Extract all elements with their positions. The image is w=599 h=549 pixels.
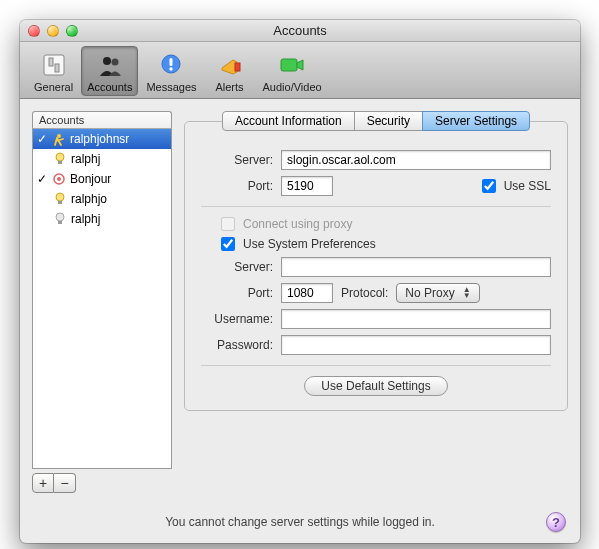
password-input[interactable] — [281, 335, 551, 355]
toolbar-messages[interactable]: Messages — [140, 46, 202, 96]
server-label: Server: — [201, 153, 273, 167]
protocol-value: No Proxy — [405, 286, 454, 300]
toolbar-label: Alerts — [215, 81, 243, 93]
svg-point-7 — [170, 67, 173, 70]
add-account-button[interactable]: + — [32, 473, 54, 493]
account-label: Bonjour — [70, 172, 111, 186]
svg-rect-8 — [235, 63, 240, 71]
svg-rect-18 — [58, 221, 62, 224]
toolbar-label: Audio/Video — [263, 81, 322, 93]
account-row[interactable]: ralphj — [33, 209, 171, 229]
password-label: Password: — [201, 338, 273, 352]
alert-balloon-icon — [155, 49, 187, 81]
account-row[interactable]: ralphj — [33, 149, 171, 169]
help-button[interactable]: ? — [546, 512, 566, 532]
svg-point-4 — [111, 59, 118, 66]
connect-proxy-checkbox[interactable] — [221, 217, 235, 231]
svg-rect-0 — [44, 55, 64, 75]
proxy-port-input[interactable] — [281, 283, 333, 303]
use-default-settings-button[interactable]: Use Default Settings — [304, 376, 447, 396]
footer: You cannot change server settings while … — [20, 505, 580, 543]
people-icon — [94, 49, 126, 81]
megaphone-icon — [214, 49, 246, 81]
use-ssl-checkbox[interactable] — [482, 179, 496, 193]
username-label: Username: — [201, 312, 273, 326]
check-icon: ✓ — [36, 172, 48, 186]
aim-icon — [52, 132, 66, 146]
sidebar-header: Accounts — [32, 111, 172, 129]
svg-rect-1 — [49, 58, 53, 66]
svg-rect-6 — [170, 58, 173, 66]
use-sysprefs-label: Use System Preferences — [243, 237, 376, 251]
account-label: ralphjo — [71, 192, 107, 206]
proxy-port-label: Port: — [201, 286, 273, 300]
svg-rect-2 — [55, 64, 59, 72]
svg-point-17 — [56, 213, 64, 221]
toolbar-audio-video[interactable]: Audio/Video — [257, 46, 328, 96]
titlebar[interactable]: Accounts — [20, 20, 580, 42]
port-input[interactable] — [281, 176, 333, 196]
svg-rect-12 — [58, 161, 62, 164]
footer-message: You cannot change server settings while … — [165, 515, 435, 529]
port-label: Port: — [201, 179, 273, 193]
use-sysprefs-checkbox[interactable] — [221, 237, 235, 251]
toolbar-label: General — [34, 81, 73, 93]
server-input[interactable] — [281, 150, 551, 170]
svg-point-11 — [56, 153, 64, 161]
bulb-icon — [53, 192, 67, 206]
svg-point-15 — [56, 193, 64, 201]
bonjour-icon — [52, 172, 66, 186]
svg-point-14 — [57, 177, 61, 181]
toolbar: General Accounts Messages Alerts Audio/V… — [20, 42, 580, 99]
username-input[interactable] — [281, 309, 551, 329]
proxy-server-label: Server: — [201, 260, 273, 274]
check-icon: ✓ — [36, 132, 48, 146]
remove-account-button[interactable]: − — [54, 473, 76, 493]
svg-point-3 — [103, 57, 111, 65]
toolbar-label: Accounts — [87, 81, 132, 93]
account-row[interactable]: ralphjo — [33, 189, 171, 209]
tab-server-settings[interactable]: Server Settings — [422, 111, 530, 131]
toolbar-alerts[interactable]: Alerts — [205, 46, 255, 96]
use-ssl-label: Use SSL — [504, 179, 551, 193]
bulb-icon — [53, 152, 67, 166]
svg-rect-16 — [58, 201, 62, 204]
account-label: ralphj — [71, 212, 100, 226]
svg-rect-9 — [281, 59, 297, 71]
account-row[interactable]: ✓ Bonjour — [33, 169, 171, 189]
bulb-icon — [53, 212, 67, 226]
proxy-server-input[interactable] — [281, 257, 551, 277]
toolbar-accounts[interactable]: Accounts — [81, 46, 138, 96]
window-title: Accounts — [20, 23, 580, 38]
camera-icon — [276, 49, 308, 81]
protocol-select[interactable]: No Proxy ▲▼ — [396, 283, 479, 303]
preferences-window: Accounts General Accounts Messages Alert… — [20, 20, 580, 543]
toolbar-label: Messages — [146, 81, 196, 93]
tab-account-information[interactable]: Account Information — [222, 111, 355, 131]
account-row[interactable]: ✓ ralphjohnsr — [33, 129, 171, 149]
connect-proxy-label: Connect using proxy — [243, 217, 352, 231]
stepper-icon: ▲▼ — [463, 287, 475, 299]
account-label: ralphjohnsr — [70, 132, 129, 146]
accounts-list[interactable]: ✓ ralphjohnsr ralphj ✓ Bonjour ralphjo — [32, 129, 172, 469]
accounts-sidebar: Accounts ✓ ralphjohnsr ralphj ✓ Bonjour — [32, 111, 172, 493]
server-settings-pane: Server: Port: Use SSL Connect using prox… — [184, 121, 568, 411]
toolbar-general[interactable]: General — [28, 46, 79, 96]
account-label: ralphj — [71, 152, 100, 166]
switch-icon — [38, 49, 70, 81]
protocol-label: Protocol: — [341, 286, 388, 300]
tab-security[interactable]: Security — [354, 111, 423, 131]
